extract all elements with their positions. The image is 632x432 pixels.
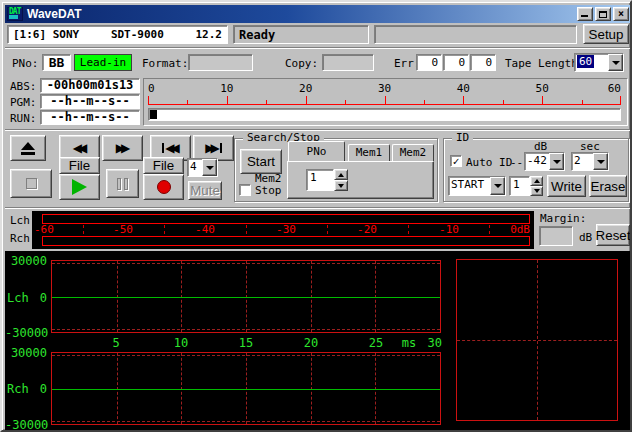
record-file-button[interactable]: File (143, 157, 184, 174)
tape-length-dropdown-button[interactable] (608, 54, 623, 71)
tape-length-value: 60 (577, 55, 594, 68)
meter-scale-label: 0dB (510, 223, 530, 236)
id-mode-value: START (449, 177, 490, 195)
ruler-tick-label: 20 (299, 82, 312, 95)
chevron-down-icon (494, 184, 502, 188)
search-number-input[interactable]: 1 (306, 169, 334, 191)
setup-button[interactable]: Setup (583, 24, 629, 44)
x-tick-label: 25 (369, 336, 383, 350)
tab-mem2[interactable]: Mem2 (392, 144, 434, 161)
rch-ymin-label: -30000 (5, 418, 47, 432)
eject-icon (21, 142, 35, 155)
speed-value: 4 (188, 159, 202, 176)
play-icon (72, 179, 87, 195)
search-start-button[interactable]: Start (240, 149, 282, 174)
minimize-button[interactable] (577, 7, 593, 21)
ruler-tick-label: 60 (608, 82, 621, 95)
chevron-up-icon (534, 179, 540, 183)
margin-reset-button[interactable]: Reset (596, 224, 630, 246)
close-button[interactable]: × (613, 7, 629, 21)
id-write-button[interactable]: Write (547, 175, 586, 197)
id-group-title: ID (452, 131, 473, 144)
mute-button[interactable]: Mute (188, 181, 222, 200)
id-erase-button[interactable]: Erase (589, 175, 627, 197)
chevron-up-icon (338, 173, 344, 177)
error-count-1: 0 (431, 56, 438, 69)
spinner-down-button[interactable] (530, 186, 543, 196)
chevron-down-icon (553, 160, 561, 164)
pause-button[interactable] (106, 169, 139, 198)
auto-id-checkbox[interactable]: ✓ (450, 155, 462, 167)
cassette-icon (9, 15, 18, 19)
stop-icon (26, 178, 37, 189)
tape-progress-indicator (150, 110, 157, 119)
search-tab-control: PNo Mem1 Mem2 1 (287, 141, 434, 199)
id-mode-combo[interactable]: START (448, 176, 506, 196)
search-start-button-label: Start (247, 154, 275, 169)
id-mode-dropdown-button[interactable] (490, 177, 505, 195)
spinner-down-button[interactable] (334, 180, 348, 191)
id-number-spinner[interactable]: 1 (509, 176, 543, 196)
meter-scale-label: -60 (34, 223, 54, 236)
tab-mem1[interactable]: Mem1 (348, 144, 390, 161)
threshold-combo[interactable]: -42 (524, 152, 565, 171)
spinner-up-button[interactable] (334, 169, 348, 180)
minimize-icon (581, 15, 588, 17)
sec-dropdown-button[interactable] (593, 153, 608, 170)
pgm-counter-field: --h--m--s-- (40, 94, 140, 109)
copy-label: Copy: (285, 57, 318, 70)
lch-waveform-plot (51, 260, 441, 333)
error-count-field-3: 0 (470, 54, 496, 71)
record-button[interactable] (143, 174, 184, 200)
ruler-tick-label: 50 (536, 82, 549, 95)
device-id: [1:6] SONY (13, 28, 79, 41)
title-bar: DAT WaveDAT × (5, 5, 631, 23)
search-tab-body: 1 (287, 161, 434, 199)
search-number-spinner[interactable]: 1 (306, 169, 348, 191)
chevron-down-icon (206, 166, 214, 170)
ruler-tick-label: 0 (148, 82, 155, 95)
auto-id-label: Auto ID (466, 156, 512, 169)
chevron-down-icon (597, 160, 605, 164)
run-counter-value: --h--m--s-- (50, 110, 129, 124)
meter-scale-label: -30 (276, 223, 296, 236)
lch-ymax-label: 30000 (5, 254, 47, 268)
record-icon (157, 180, 171, 194)
id-number-input[interactable]: 1 (509, 176, 530, 196)
speed-combo[interactable]: 4 (187, 158, 218, 177)
margin-value-field (539, 226, 573, 246)
speed-dropdown-button[interactable] (202, 159, 217, 176)
fast-forward-button[interactable]: ▶▶ (102, 135, 143, 161)
skip-forward-icon: ▶▶ (205, 142, 218, 154)
threshold-dropdown-button[interactable] (549, 153, 564, 170)
sec-combo[interactable]: 2 (571, 152, 609, 171)
message-field (374, 25, 577, 44)
lch-ymin-label: -30000 (5, 326, 47, 340)
skip-back-bar-icon (162, 143, 164, 153)
stop-button[interactable] (10, 169, 52, 198)
mem2-stop-checkbox[interactable] (239, 184, 251, 196)
deck-state: Ready (239, 28, 275, 42)
abs-counter-value: -00h00m01s13 (47, 78, 134, 92)
play-button[interactable] (59, 174, 100, 200)
ruler-tick-label: 30 (378, 82, 391, 95)
rch-ymax-label: 30000 (5, 346, 47, 360)
x-tick-label: 10 (174, 336, 188, 350)
meter-lch-label: Lch (10, 214, 30, 227)
separator-line (5, 47, 631, 49)
abs-label: ABS: (10, 80, 37, 93)
error-count-3: 0 (485, 56, 492, 69)
checkmark-icon: ✓ (453, 156, 460, 167)
xy-scope-horizontal-axis (457, 340, 617, 341)
eject-button[interactable] (10, 135, 46, 161)
tape-progress-bar[interactable] (148, 108, 621, 121)
spinner-up-button[interactable] (530, 176, 543, 186)
play-file-button[interactable]: File (59, 157, 100, 174)
tape-length-combo[interactable]: 60 (574, 53, 624, 72)
x-end-label: 30 (428, 336, 442, 350)
chevron-down-icon (338, 184, 344, 188)
maximize-button[interactable] (595, 7, 611, 21)
id-group: ID dB sec ✓ Auto ID --- -42 2 START 1 Wr (443, 138, 629, 202)
x-tick-label: 5 (112, 336, 119, 350)
tab-pno[interactable]: PNo (288, 141, 345, 161)
